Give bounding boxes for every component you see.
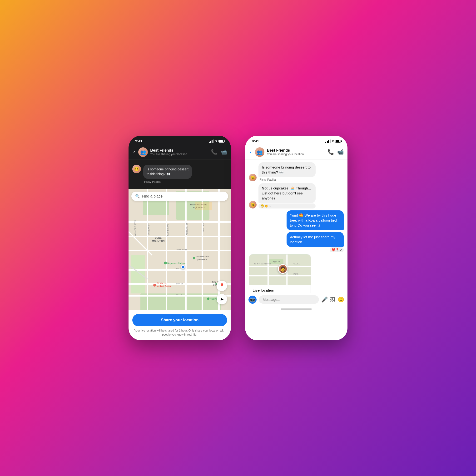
input-bar: 📷 🎤 🖼 🙂	[245, 293, 347, 306]
video-icon[interactable]: 📹	[221, 149, 227, 155]
battery-icon	[219, 140, 224, 143]
search-icon: 🔍	[135, 194, 140, 199]
group-avatar: 👥	[138, 147, 148, 157]
msg-group-3: Yum! 🤩 We are by this huge tree, with a …	[287, 210, 344, 230]
right-phone: 9:41 ▾ ‹ 👥 Best Friends You are sharing …	[245, 136, 347, 340]
live-location-title: Live location	[253, 288, 307, 292]
outgoing-bubble-1: Yum! 🤩 We are by this huge tree, with a …	[287, 210, 344, 230]
right-group-avatar: 👥	[255, 147, 264, 157]
preview-avatar: 😊	[132, 165, 141, 173]
svg-text:OAK ST: OAK ST	[176, 283, 183, 285]
preview-bubble: Is someone bringing dessertto this thing…	[143, 165, 192, 179]
right-home-indicator	[281, 308, 312, 310]
mic-button[interactable]: 🎤	[321, 297, 328, 303]
preview-msg-group: Is someone bringing dessertto this thing…	[143, 165, 192, 184]
map-container[interactable]: PARKER AVE STANYAN ST ASHBURY ST NIDO AV…	[129, 189, 231, 310]
svg-point-32	[164, 262, 167, 264]
svg-text:War Memorial: War Memorial	[196, 255, 209, 258]
left-bottom-panel: Share your location Your live location w…	[129, 310, 231, 340]
incoming-bubble-1: Is someone bringing dessert to this thin…	[258, 162, 316, 177]
right-wifi-icon: ▾	[332, 139, 334, 143]
back-button[interactable]: ‹	[132, 148, 136, 156]
table-row: Hippie Hill JOHN F. KENNEDY DR FELL S...…	[249, 254, 344, 293]
right-nav-actions: 📞 📹	[327, 149, 344, 155]
left-group-name: Best Friends	[150, 148, 208, 153]
right-group-sub: You are sharing your location	[267, 153, 325, 156]
svg-text:Medical Center: Medical Center	[157, 285, 171, 287]
svg-point-43	[207, 298, 209, 300]
right-status-icons: ▾	[325, 139, 341, 143]
svg-rect-29	[195, 202, 212, 210]
right-video-icon[interactable]: 📹	[337, 149, 344, 155]
svg-point-37	[153, 284, 156, 287]
reactions-1[interactable]: 😁👏 3	[258, 204, 316, 208]
outgoing-bubble-2: Actually let me just share my location.	[287, 232, 344, 247]
right-nav-bar: ‹ 👥 Best Friends You are sharing your lo…	[245, 145, 347, 159]
avatar: 😊	[249, 201, 256, 208]
svg-text:Gymnasium: Gymnasium	[196, 258, 207, 261]
left-nav-bar: ‹ 👥 Best Friends You are sharing your lo…	[129, 145, 231, 159]
sender-name-1: Ricky Padilla	[259, 178, 316, 181]
svg-text:ASHBURY ST: ASHBURY ST	[186, 223, 188, 235]
chat-scroll: 😊 Is someone bringing dessert to this th…	[245, 159, 347, 293]
svg-text:NIDO AVE: NIDO AVE	[203, 223, 205, 232]
svg-text:Hippie Hill: Hippie Hill	[272, 261, 280, 263]
dark-overlay: 😊 Is someone bringing dessertto this thi…	[129, 159, 231, 189]
right-signal-icon	[325, 139, 331, 143]
signal-icon	[209, 139, 214, 143]
msg-group-4: Actually let me just share my location. …	[287, 232, 344, 252]
left-nav-info: Best Friends You are sharing your locati…	[150, 148, 208, 156]
table-row: Actually let me just share my location. …	[249, 232, 344, 252]
svg-text:JOHN F. KENNEDY DR: JOHN F. KENNEDY DR	[254, 263, 272, 265]
svg-text:STANYAN ST: STANYAN ST	[148, 223, 150, 235]
sticker-button[interactable]: 🙂	[338, 297, 344, 303]
map-background: PARKER AVE STANYAN ST ASHBURY ST NIDO AV…	[129, 189, 231, 310]
right-status-bar: 9:41 ▾	[245, 136, 347, 145]
left-status-time: 9:41	[135, 139, 142, 143]
reactions-2[interactable]: ❤️📍 2	[330, 247, 344, 252]
map-search-bar[interactable]: 🔍 Find a place	[131, 192, 228, 201]
location-map-preview: Hippie Hill JOHN F. KENNEDY DR FELL S...…	[249, 255, 311, 285]
svg-text:MOUNTAIN: MOUNTAIN	[152, 240, 165, 242]
pin-button[interactable]: 📍	[217, 281, 227, 291]
svg-point-34	[193, 257, 195, 259]
camera-button[interactable]: 📷	[249, 296, 256, 304]
phone-icon[interactable]: 📞	[211, 149, 217, 155]
svg-text:FELL S...: FELL S...	[293, 263, 300, 265]
right-phone-icon[interactable]: 📞	[327, 149, 334, 155]
navigate-button[interactable]: ➤	[217, 294, 227, 305]
table-row: Yum! 🤩 We are by this huge tree, with a …	[249, 210, 344, 230]
incoming-bubble-2: Got us cupcakes! 🧁 Though... just got he…	[258, 183, 316, 203]
navigate-icon: ➤	[220, 296, 224, 302]
message-input[interactable]	[259, 295, 319, 304]
left-status-icons: ▾	[209, 139, 224, 143]
svg-text:Negoesco Stadium: Negoesco Stadium	[167, 262, 186, 264]
right-battery-icon	[335, 140, 341, 143]
search-input[interactable]: Find a place	[142, 194, 224, 199]
wifi-icon: ▾	[215, 139, 217, 143]
svg-text:WILLARD NORTH: WILLARD NORTH	[134, 220, 136, 236]
gallery-button[interactable]: 🖼	[330, 297, 335, 303]
location-card: Hippie Hill JOHN F. KENNEDY DR FELL S...…	[249, 254, 311, 293]
svg-text:FELL ST: FELL ST	[176, 294, 184, 296]
svg-text:St. Mary's: St. Mary's	[157, 282, 166, 284]
map-svg: PARKER AVE STANYAN ST ASHBURY ST NIDO AV…	[129, 189, 231, 310]
right-group-name: Best Friends	[267, 148, 325, 153]
preview-message-row: 😊 Is someone bringing dessertto this thi…	[132, 162, 227, 186]
location-sharer-avatar: 👩	[278, 264, 288, 274]
msg-group: Is someone bringing dessert to this thin…	[258, 162, 316, 181]
svg-text:KAZAR: KAZAR	[293, 273, 298, 275]
left-status-bar: 9:41 ▾	[129, 136, 231, 145]
location-info: Live location Lydie Rosales is sharing	[249, 285, 311, 293]
right-nav-info: Best Friends You are sharing your locati…	[267, 148, 325, 156]
left-group-sub: You are sharing your location	[150, 153, 208, 156]
preview-sender: Ricky Padilla	[144, 180, 192, 184]
msg-group-2: Got us cupcakes! 🧁 Though... just got he…	[258, 183, 316, 208]
share-disclaimer: Your live location will be shared for 1 …	[132, 329, 227, 337]
left-phone: 9:41 ▾ ‹ 👥 Best Friends You are sharing …	[129, 136, 231, 340]
svg-text:PARKER AVE: PARKER AVE	[167, 224, 169, 236]
table-row: 😊 Is someone bringing dessert to this th…	[249, 162, 344, 181]
right-back-button[interactable]: ‹	[249, 148, 253, 156]
camera-icon: 📷	[250, 297, 255, 302]
share-location-button[interactable]: Share your location	[132, 314, 227, 326]
